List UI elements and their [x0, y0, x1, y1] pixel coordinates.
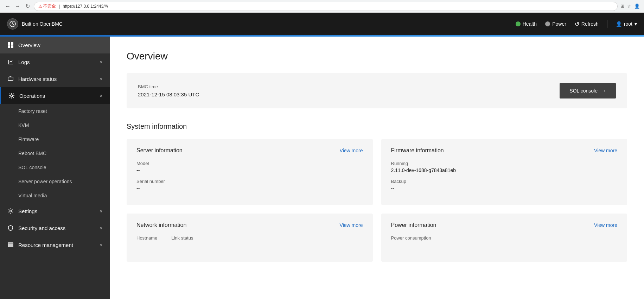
sidebar-item-overview[interactable]: Overview [0, 37, 110, 53]
sol-console-label: SOL console [18, 165, 46, 170]
logs-chevron-icon: ∨ [100, 59, 103, 64]
firmware-info-card: Firmware information View more Running 2… [381, 139, 627, 205]
network-info-title: Network information [136, 222, 186, 228]
power-label: Power [552, 21, 566, 27]
link-status-field: Link status [171, 235, 193, 248]
svg-rect-5 [8, 77, 13, 81]
address-bar[interactable]: ⚠ 不安全 | https://127.0.0.1:2443/#/ [34, 2, 618, 11]
firmware-running-field: Running 2.11.0-dev-1688-g7843a81eb [391, 161, 618, 173]
header-divider [607, 20, 607, 28]
hardware-status-icon [7, 75, 14, 82]
overview-icon [7, 42, 14, 49]
sidebar-item-resource-management[interactable]: Resource management ∨ [0, 236, 110, 253]
forward-button[interactable]: → [14, 3, 21, 10]
sidebar-subitem-reboot-bmc[interactable]: Reboot BMC [0, 146, 110, 160]
sidebar-item-logs[interactable]: Logs ∨ [0, 53, 110, 70]
sidebar-subitem-virtual-media[interactable]: Virtual media [0, 189, 110, 203]
factory-reset-label: Factory reset [18, 108, 47, 114]
operations-chevron-icon: ∧ [100, 93, 103, 98]
security-warning: ⚠ 不安全 [38, 3, 56, 9]
sidebar-item-label: Logs [18, 59, 95, 65]
svg-line-18 [13, 97, 14, 98]
svg-rect-4 [11, 45, 13, 48]
translate-icon[interactable]: ⊞ [620, 4, 624, 9]
app-header: Built on OpenBMC Health Power ↺ Refresh … [0, 13, 644, 35]
address-separator: | [59, 4, 60, 9]
network-info-card: Network information View more Hostname L… [127, 214, 373, 262]
sidebar-item-label: Hardware status [18, 76, 95, 82]
sidebar-subitem-firmware[interactable]: Firmware [0, 132, 110, 146]
sidebar-item-operations[interactable]: Operations ∧ [0, 87, 110, 104]
sidebar-subitem-factory-reset[interactable]: Factory reset [0, 104, 110, 118]
firmware-label: Firmware [18, 136, 39, 142]
kvm-label: KVM [18, 122, 29, 128]
resource-mgmt-chevron-icon: ∨ [100, 242, 103, 247]
power-info-view-more[interactable]: View more [594, 222, 617, 228]
firmware-info-title: Firmware information [391, 147, 444, 154]
back-button[interactable]: ← [4, 3, 11, 10]
server-model-value: -- [136, 167, 363, 173]
hostname-value [136, 242, 157, 248]
security-chevron-icon: ∨ [100, 225, 103, 230]
profile-icon[interactable]: 👤 [634, 4, 640, 9]
svg-line-17 [9, 94, 10, 94]
sidebar-item-label: Operations [19, 93, 95, 99]
network-info-fields: Hostname Link status [136, 235, 363, 253]
sol-console-button[interactable]: SOL console → [560, 83, 616, 98]
page-title: Overview [127, 51, 627, 62]
bmc-time-section: BMC time 2021-12-15 08:03:35 UTC SOL con… [127, 73, 627, 108]
sidebar-subitem-server-power-operations[interactable]: Server power operations [0, 174, 110, 189]
server-serial-label: Serial number [136, 179, 363, 184]
content-area: Overview BMC time 2021-12-15 08:03:35 UT… [110, 37, 644, 299]
refresh-browser-button[interactable]: ↻ [24, 3, 31, 10]
operations-icon [8, 92, 15, 99]
power-consumption-value [391, 242, 618, 248]
sidebar-subitem-kvm[interactable]: KVM [0, 118, 110, 132]
svg-rect-1 [8, 42, 10, 45]
server-info-card: Server information View more Model -- Se… [127, 139, 373, 205]
logs-icon [7, 58, 14, 65]
reboot-bmc-label: Reboot BMC [18, 151, 46, 156]
user-chevron-icon: ▾ [635, 21, 637, 27]
bmc-time-content: BMC time 2021-12-15 08:03:35 UTC [138, 84, 560, 97]
user-menu-button[interactable]: 👤 root ▾ [616, 21, 637, 27]
sidebar-subitem-sol-console[interactable]: SOL console [0, 160, 110, 174]
firmware-info-view-more[interactable]: View more [594, 148, 617, 153]
warning-text: 不安全 [43, 3, 56, 9]
power-info-card: Power information View more Power consum… [381, 214, 627, 262]
health-button[interactable]: Health [516, 21, 537, 27]
svg-point-12 [11, 95, 13, 97]
firmware-running-label: Running [391, 161, 618, 166]
link-status-value [171, 242, 193, 248]
firmware-backup-value: -- [391, 185, 618, 191]
bookmark-icon[interactable]: ☆ [627, 4, 631, 9]
user-icon: 👤 [616, 21, 622, 27]
link-status-label: Link status [171, 235, 193, 241]
server-info-title: Server information [136, 147, 183, 154]
sidebar: Overview Logs ∨ [0, 37, 110, 299]
sidebar-item-label: Overview [18, 42, 103, 48]
power-button[interactable]: Power [545, 21, 566, 27]
network-info-view-more[interactable]: View more [340, 222, 363, 228]
refresh-button[interactable]: ↺ Refresh [575, 21, 599, 27]
sol-console-label: SOL console [569, 88, 598, 94]
hostname-field: Hostname [136, 235, 157, 248]
svg-rect-22 [8, 243, 13, 244]
svg-point-21 [10, 210, 12, 212]
user-label: root [624, 21, 632, 27]
svg-rect-3 [8, 45, 10, 48]
app-logo: Built on OpenBMC [7, 18, 63, 30]
sidebar-item-settings[interactable]: Settings ∨ [0, 203, 110, 220]
sidebar-item-security-and-access[interactable]: Security and access ∨ [0, 220, 110, 236]
sidebar-item-label: Security and access [18, 225, 95, 231]
svg-rect-23 [8, 244, 13, 246]
warning-icon: ⚠ [38, 4, 42, 9]
header-actions: Health Power ↺ Refresh 👤 root ▾ [516, 20, 637, 28]
server-info-view-more[interactable]: View more [340, 148, 363, 153]
server-serial-field: Serial number -- [136, 179, 363, 191]
server-power-operations-label: Server power operations [18, 179, 72, 184]
bmc-time-value: 2021-12-15 08:03:35 UTC [138, 91, 560, 97]
refresh-label: Refresh [581, 21, 599, 27]
sidebar-item-hardware-status[interactable]: Hardware status ∨ [0, 70, 110, 87]
firmware-backup-field: Backup -- [391, 179, 618, 191]
